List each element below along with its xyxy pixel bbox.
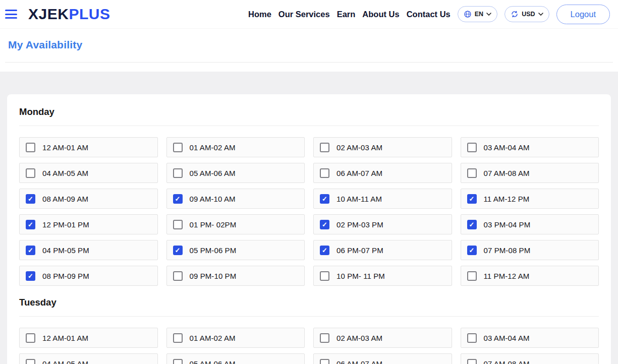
timeslot[interactable]: 07 AM-08 AM	[461, 353, 599, 364]
timeslot[interactable]: 02 AM-03 AM	[313, 328, 452, 348]
timeslot[interactable]: 11 PM-12 AM	[461, 266, 599, 286]
timeslot-checkbox[interactable]: ✓	[467, 220, 477, 229]
language-selector[interactable]: EN	[458, 6, 497, 22]
timeslot-checkbox[interactable]	[320, 271, 329, 281]
timeslot-label: 07 PM-08 PM	[484, 246, 531, 255]
timeslot-checkbox[interactable]	[467, 271, 477, 281]
timeslot-label: 01 PM- 02PM	[190, 220, 237, 229]
timeslot[interactable]: 06 AM-07 AM	[313, 163, 452, 183]
timeslot-label: 08 PM-09 PM	[42, 272, 89, 280]
timeslot[interactable]: ✓06 PM-07 PM	[313, 240, 452, 260]
timeslot[interactable]: ✓12 PM-01 PM	[19, 214, 158, 234]
timeslot-checkbox[interactable]	[173, 220, 183, 229]
timeslot[interactable]: ✓02 PM-03 PM	[313, 214, 452, 234]
timeslot[interactable]: ✓05 PM-06 PM	[166, 240, 305, 260]
timeslot-checkbox[interactable]: ✓	[173, 246, 183, 255]
timeslot-label: 11 PM-12 AM	[484, 272, 530, 280]
timeslot-checkbox[interactable]	[320, 359, 329, 364]
timeslot-checkbox[interactable]	[320, 143, 329, 152]
timeslot-checkbox[interactable]	[173, 143, 183, 152]
nav-link-about-us[interactable]: About Us	[362, 8, 399, 21]
timeslot-label: 01 AM-02 AM	[190, 143, 236, 152]
timeslot-checkbox[interactable]	[467, 168, 477, 178]
timeslot[interactable]: 09 PM-10 PM	[166, 266, 305, 286]
timeslot-grid: 12 AM-01 AM01 AM-02 AM02 AM-03 AM03 AM-0…	[19, 328, 599, 364]
timeslot-label: 05 PM-06 PM	[190, 246, 237, 255]
timeslot-label: 04 AM-05 AM	[42, 359, 88, 364]
timeslot-checkbox[interactable]: ✓	[26, 220, 35, 229]
timeslot[interactable]: 10 PM- 11 PM	[313, 266, 452, 286]
timeslot[interactable]: 03 AM-04 AM	[461, 137, 599, 157]
timeslot[interactable]: 01 PM- 02PM	[166, 214, 305, 234]
timeslot-label: 10 PM- 11 PM	[336, 272, 385, 280]
hamburger-menu-icon[interactable]	[5, 10, 17, 19]
timeslot[interactable]: 05 AM-06 AM	[166, 163, 305, 183]
timeslot-checkbox[interactable]	[173, 333, 183, 343]
currency-selector[interactable]: USD	[504, 6, 549, 22]
nav-link-home[interactable]: Home	[248, 8, 271, 21]
timeslot-checkbox[interactable]	[173, 359, 183, 364]
timeslot-checkbox[interactable]: ✓	[320, 220, 329, 229]
timeslot-label: 05 AM-06 AM	[190, 169, 236, 177]
timeslot-checkbox[interactable]	[26, 168, 35, 178]
timeslot-checkbox[interactable]: ✓	[467, 246, 477, 255]
timeslot-label: 03 AM-04 AM	[484, 334, 530, 342]
timeslot[interactable]: ✓03 PM-04 PM	[461, 214, 599, 234]
timeslot[interactable]: 02 AM-03 AM	[313, 137, 452, 157]
timeslot[interactable]: ✓10 AM-11 AM	[313, 189, 452, 209]
timeslot[interactable]: ✓11 AM-12 PM	[461, 189, 599, 209]
timeslot[interactable]: 01 AM-02 AM	[166, 137, 305, 157]
timeslot-checkbox[interactable]	[26, 359, 35, 364]
timeslot-label: 06 PM-07 PM	[336, 246, 383, 255]
timeslot-checkbox[interactable]	[173, 168, 183, 178]
timeslot[interactable]: 07 AM-08 AM	[461, 163, 599, 183]
timeslot-checkbox[interactable]	[467, 143, 477, 152]
day-heading: Monday	[19, 101, 599, 117]
logo[interactable]: XJEKPLUS	[28, 7, 110, 22]
timeslot-checkbox[interactable]	[173, 271, 183, 281]
timeslot[interactable]: ✓04 PM-05 PM	[19, 240, 158, 260]
timeslot-checkbox[interactable]: ✓	[320, 194, 329, 204]
currency-label: USD	[522, 11, 535, 18]
timeslot-checkbox[interactable]: ✓	[26, 271, 35, 281]
timeslot[interactable]: 03 AM-04 AM	[461, 328, 599, 348]
timeslot-label: 04 PM-05 PM	[42, 246, 89, 255]
timeslot-checkbox[interactable]	[26, 333, 35, 343]
day-divider	[19, 316, 599, 317]
timeslot[interactable]: 05 AM-06 AM	[166, 353, 305, 364]
nav-links: HomeOur ServicesEarnAbout UsContact Us	[248, 8, 451, 21]
timeslot-checkbox[interactable]	[320, 168, 329, 178]
timeslot-checkbox[interactable]	[467, 333, 477, 343]
timeslot-label: 02 AM-03 AM	[336, 143, 382, 152]
timeslot-checkbox[interactable]	[467, 359, 477, 364]
logout-button[interactable]: Logout	[556, 5, 610, 24]
day-section: Monday12 AM-01 AM01 AM-02 AM02 AM-03 AM0…	[19, 101, 599, 286]
timeslot-checkbox[interactable]: ✓	[320, 246, 329, 255]
timeslot-checkbox[interactable]: ✓	[26, 246, 35, 255]
timeslot[interactable]: 12 AM-01 AM	[19, 328, 158, 348]
timeslot-checkbox[interactable]: ✓	[467, 194, 477, 204]
timeslot[interactable]: 12 AM-01 AM	[19, 137, 158, 157]
timeslot-label: 01 AM-02 AM	[190, 334, 236, 342]
timeslot[interactable]: ✓08 PM-09 PM	[19, 266, 158, 286]
nav-link-our-services[interactable]: Our Services	[278, 8, 330, 21]
timeslot[interactable]: 04 AM-05 AM	[19, 163, 158, 183]
timeslot-checkbox[interactable]	[320, 333, 329, 343]
chevron-down-icon	[486, 13, 491, 16]
nav-link-earn[interactable]: Earn	[337, 8, 356, 21]
timeslot-checkbox[interactable]: ✓	[26, 194, 35, 204]
availability-card: Monday12 AM-01 AM01 AM-02 AM02 AM-03 AM0…	[7, 94, 611, 364]
timeslot[interactable]: ✓08 AM-09 AM	[19, 189, 158, 209]
timeslot[interactable]: 01 AM-02 AM	[166, 328, 305, 348]
timeslot-label: 03 PM-04 PM	[484, 220, 531, 229]
timeslot-checkbox[interactable]	[26, 143, 35, 152]
timeslot[interactable]: ✓09 AM-10 AM	[166, 189, 305, 209]
nav-link-contact-us[interactable]: Contact Us	[407, 8, 451, 21]
timeslot-checkbox[interactable]: ✓	[173, 194, 183, 204]
timeslot[interactable]: 06 AM-07 AM	[313, 353, 452, 364]
timeslot[interactable]: 04 AM-05 AM	[19, 353, 158, 364]
timeslot-grid: 12 AM-01 AM01 AM-02 AM02 AM-03 AM03 AM-0…	[19, 137, 599, 286]
timeslot[interactable]: ✓07 PM-08 PM	[461, 240, 599, 260]
currency-exchange-icon	[511, 10, 519, 18]
timeslot-label: 02 PM-03 PM	[336, 220, 383, 229]
